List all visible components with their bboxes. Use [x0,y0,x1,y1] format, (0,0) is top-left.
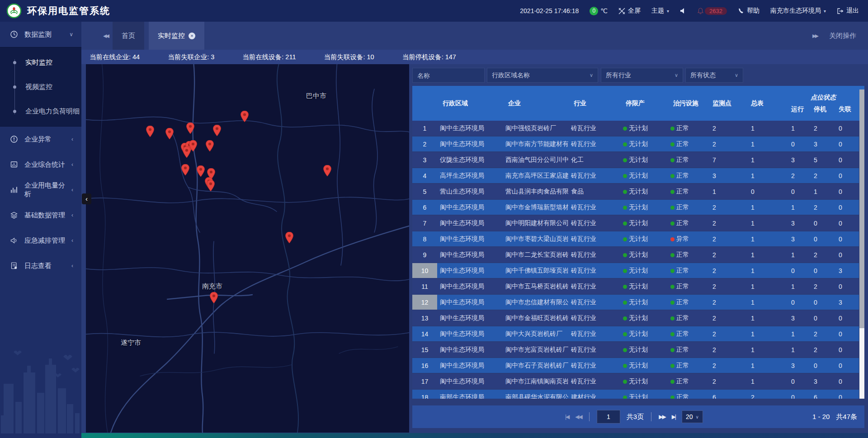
cell-monitor-points: 2 [711,299,749,306]
name-filter-input[interactable] [412,68,485,83]
close-operations-button[interactable]: 关闭操作 [829,32,856,40]
help-button[interactable]: 帮助 [738,7,760,15]
cell-running: 1 [788,204,810,211]
map-pin[interactable] [285,232,293,244]
page-size-select[interactable]: 20 ∨ [682,410,703,423]
cell-industry: 化工 [568,156,620,164]
cell-region: 高坪生态环境局 [437,172,503,180]
stats-icon [10,160,19,169]
next-page-button[interactable]: ▶▶ [659,414,665,420]
sidebar-item-0[interactable]: 数据监测∨ [0,22,81,47]
logout-button[interactable]: 退出 [837,7,859,15]
map-pin[interactable] [323,165,331,177]
tab-realtime-monitor[interactable]: 实时监控 × [149,22,204,50]
table-row[interactable]: 12阆中生态环境局阆中市忠信建材有限公砖瓦行业无计划正常21003 [412,295,859,310]
map-pin[interactable] [181,164,189,176]
sidebar-subitem-0-1[interactable]: 视频监控 [0,75,81,99]
notifications-button[interactable]: 2632 [697,7,727,15]
table-row[interactable]: 18南部生态环境局南部县砚华水泥有限公建材行业无计划正常62060 [412,390,859,399]
cell-stopped: 0 [810,235,835,243]
fullscreen-button[interactable]: 全屏 [618,7,641,15]
table-row[interactable]: 13阆中生态环境局阆中市金福旺页岩机砖砖瓦行业无计划正常21300 [412,311,859,325]
cell-index: 4 [412,168,437,183]
alert-icon [10,135,19,143]
cell-stopped: 5 [810,156,835,164]
theme-menu[interactable]: 主题 ▾ [651,7,669,15]
table-row[interactable]: 4高坪生态环境局南充市高坪区王家店建砖瓦行业无计划正常31220 [412,168,859,183]
table-row[interactable]: 2阆中生态环境局阆中市南方节能建材有砖瓦行业无计划正常21030 [412,137,859,151]
table-row[interactable]: 7阆中生态环境局阆中明阳建材有限公司砖瓦行业无计划正常21300 [412,216,859,231]
cell-industry: 砖瓦行业 [568,140,620,148]
tab-home[interactable]: 首页 [113,22,144,50]
sidebar-item-6[interactable]: 日志查看‹ [0,253,81,278]
table-row[interactable]: 3仪陇生态环境局西南油气田分公司川中化工无计划正常71350 [412,152,859,167]
table-row[interactable]: 1阆中生态环境局阆中强锐页岩砖厂砖瓦行业无计划正常21120 [412,121,859,136]
scrollbar-thumb[interactable] [859,89,864,328]
cell-stopped: 2 [810,251,835,259]
cell-limit-status: 无计划 [620,377,668,386]
col-header-index [412,86,437,121]
industry-filter-select[interactable]: 所有行业 ∨ [601,68,683,83]
status-dot-icon [670,396,675,399]
map-panel[interactable]: 巴中市南充市遂宁市 [86,64,409,433]
table-row[interactable]: 14阆中生态环境局阆中大兴页岩机砖厂砖瓦行业无计划正常21120 [412,326,859,341]
map-pin[interactable] [197,165,205,177]
table-row[interactable]: 16阆中生态环境局阆中市石子页岩机砖厂砖瓦行业无计划正常21300 [412,358,859,373]
chevron-left-icon: ‹ [71,263,73,269]
last-page-button[interactable]: ▶| [672,414,675,420]
sidebar-item-4[interactable]: 基础数据管理‹ [0,203,81,228]
cell-index: 10 [412,263,437,278]
cell-region: 阆中生态环境局 [437,251,503,259]
sidebar-item-5[interactable]: 应急减排管理‹ [0,228,81,253]
map-pin[interactable] [146,126,154,137]
region-filter-select[interactable]: 行政区域名称 ∨ [487,68,598,83]
table-row[interactable]: 15阆中生态环境局阆中市光富页岩机砖厂砖瓦行业无计划正常21120 [412,342,859,357]
page-number-input[interactable] [597,410,620,424]
org-menu[interactable]: 南充市生态环境局 ▾ [770,7,826,15]
map-pin[interactable] [186,122,194,134]
notification-count-badge: 2632 [705,7,727,15]
mute-button[interactable] [680,8,686,14]
sidebar-item-label: 企业综合统计 [24,160,71,169]
scroll-tabs-right-icon[interactable]: ▶▶ [812,33,817,39]
table-row[interactable]: 5营山生态环境局营山县润丰肉食品有限食品无计划正常10010 [412,184,859,199]
map-pin[interactable] [207,180,215,192]
table-row[interactable]: 9阆中生态环境局阆中市二龙长宝页岩砖砖瓦行业无计划正常21120 [412,247,859,262]
chevron-down-icon: ▾ [824,9,826,14]
map-pin[interactable] [206,140,214,152]
cell-running: 3 [788,235,810,243]
prev-page-button[interactable]: ◀◀ [575,414,581,420]
sidebar-item-1[interactable]: 企业异常‹ [0,127,81,152]
table-row[interactable]: 10阆中生态环境局阆中千佛镇五郎垭页岩砖瓦行业无计划正常21003 [412,263,859,278]
map-pin[interactable] [210,292,218,304]
close-tab-icon[interactable]: × [189,33,195,39]
table-row[interactable]: 6阆中生态环境局阆中市金博瑞新型墙材砖瓦行业无计划正常21120 [412,200,859,215]
chevron-down-icon: ∨ [590,72,593,78]
sidebar-subitem-0-0[interactable]: 实时监控 [0,50,81,75]
first-page-button[interactable]: |◀ [565,414,569,420]
stat-item: 当前在线企业: 44 [90,53,140,61]
map-pin[interactable] [183,146,191,158]
sidebar-item-2[interactable]: 企业综合统计‹ [0,152,81,177]
collapse-panel-button[interactable]: ‹ [82,193,91,204]
table-scrollbar[interactable] [859,89,864,399]
cell-index: 7 [412,216,437,231]
col-header-offline: 失联 [835,105,859,113]
sidebar-subitem-0-2[interactable]: 企业电力负荷明细 [0,99,81,123]
cell-running: 0 [788,394,810,399]
status-filter-select[interactable]: 所有状态 ∨ [685,68,743,83]
cell-limit-status: 无计划 [620,314,668,322]
map-pin[interactable] [241,111,249,122]
status-dot-icon [623,380,627,384]
scroll-tabs-left-icon[interactable]: ◀◀ [103,33,108,39]
sidebar-item-3[interactable]: 企业用电量分析‹ [0,177,81,203]
cell-monitor-points: 2 [711,251,749,259]
map-pin[interactable] [213,125,221,137]
map-pin[interactable] [165,128,174,140]
table-row[interactable]: 17阆中生态环境局阆中市江南镇阆南页岩砖瓦行业无计划正常21030 [412,374,859,389]
cell-offline: 0 [835,346,859,353]
cell-offline: 3 [835,299,859,306]
table-row[interactable]: 8阆中生态环境局阆中市枣碧大梁山页岩砖瓦行业无计划异常21300 [412,231,859,246]
cell-index: 11 [412,279,437,294]
table-row[interactable]: 11阆中生态环境局阆中市五马桥页岩机砖砖瓦行业无计划正常21120 [412,279,859,294]
